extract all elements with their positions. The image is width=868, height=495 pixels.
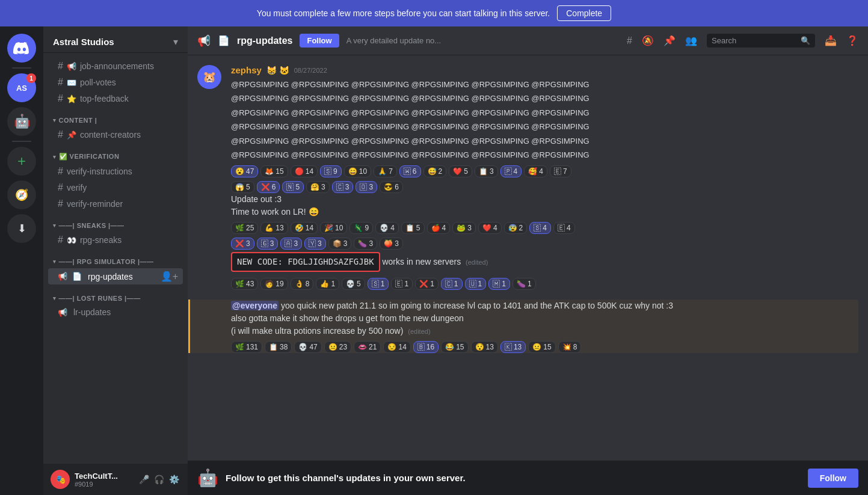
reaction[interactable]: 🇸9 [320, 165, 342, 177]
reaction[interactable]: 🇪1 [391, 278, 413, 290]
sidebar-item-rpg-sneaks[interactable]: # 👀 rpg-sneaks [48, 232, 183, 248]
complete-button[interactable]: Complete [557, 5, 611, 21]
message-author[interactable]: zephsy [231, 65, 262, 75]
reaction[interactable]: 🥰4 [524, 165, 547, 177]
reaction[interactable]: 😰2 [504, 222, 528, 234]
sidebar-item-verify-instructions[interactable]: # verify-instructions [48, 164, 183, 179]
reaction[interactable]: 💥8 [558, 341, 582, 353]
reaction[interactable]: 🐸3 [452, 222, 476, 234]
reaction[interactable]: 😮47 [231, 165, 258, 177]
reaction[interactable]: ❤️4 [478, 222, 502, 234]
settings-button[interactable]: ⚙️ [168, 473, 180, 485]
reaction[interactable]: 📦3 [328, 238, 352, 250]
reaction[interactable]: 🦊15 [260, 165, 288, 177]
discord-home-button[interactable] [7, 34, 36, 63]
reaction[interactable]: 😅2 [423, 165, 447, 177]
reaction[interactable]: 🇵4 [500, 165, 522, 177]
search-bar[interactable]: Search 🔍 [707, 34, 815, 48]
reaction[interactable]: 💀47 [294, 341, 321, 353]
sidebar-item-content-creators[interactable]: # 📌 content-creators [48, 127, 183, 143]
reaction[interactable]: 🙏7 [374, 165, 397, 177]
reaction[interactable]: 😯13 [471, 341, 498, 353]
reaction[interactable]: 🇸4 [529, 222, 551, 234]
reaction[interactable]: ❌3 [231, 238, 254, 250]
reaction[interactable]: 🇧16 [413, 341, 439, 353]
explore-button[interactable]: 🧭 [7, 180, 36, 209]
channel-header: 📢 📄 rpg-updates Follow A very detailed u… [188, 26, 868, 55]
reaction[interactable]: 📋5 [401, 222, 425, 234]
reaction[interactable]: 💀5 [342, 278, 365, 290]
reaction[interactable]: 👌8 [291, 278, 314, 290]
reaction[interactable]: 👍1 [316, 278, 339, 290]
reaction[interactable]: ❌1 [415, 278, 439, 290]
reaction[interactable]: 😒14 [383, 341, 410, 353]
reaction[interactable]: 😐15 [528, 341, 555, 353]
reaction[interactable]: 🤗3 [306, 181, 330, 193]
sidebar-item-top-feedback[interactable]: # ⭐ top-feedback [48, 91, 183, 106]
reaction[interactable]: 😄10 [344, 165, 371, 177]
sidebar-item-verify-reminder[interactable]: # verify-reminder [48, 196, 183, 212]
reaction[interactable]: 👄21 [354, 341, 381, 353]
reaction[interactable]: 🇳5 [282, 181, 304, 193]
reaction[interactable]: 🌿25 [231, 222, 258, 234]
reaction[interactable]: 🇺1 [465, 278, 487, 290]
reaction[interactable]: 🇸1 [368, 278, 389, 290]
deafen-button[interactable]: 🎧 [153, 473, 165, 485]
sidebar-item-lr-updates[interactable]: 📢 lr-updates [48, 305, 183, 319]
reaction[interactable]: 🇪4 [553, 222, 575, 234]
reaction[interactable]: 😱5 [231, 181, 254, 193]
reaction[interactable]: 🔴14 [291, 165, 318, 177]
members-icon[interactable]: 👥 [685, 35, 697, 46]
server-name-header[interactable]: Astral Studios ▾ [43, 26, 188, 53]
reaction[interactable]: 📋3 [475, 165, 498, 177]
mute-button[interactable]: 🎤 [138, 473, 150, 485]
reaction[interactable]: 🇦3 [280, 238, 302, 250]
add-server-button[interactable]: + [7, 147, 36, 176]
reaction[interactable]: ❌6 [257, 181, 280, 193]
sidebar-item-announcements[interactable]: # 📢 job-announcements [48, 58, 183, 74]
reaction[interactable]: 🇴3 [356, 181, 377, 193]
reaction[interactable]: 🦎9 [349, 222, 373, 234]
reaction[interactable]: 🍆1 [512, 278, 536, 290]
sidebar-item-verify[interactable]: # verify [48, 180, 183, 195]
reaction[interactable]: 🎉10 [320, 222, 347, 234]
reaction[interactable]: 🇲1 [488, 278, 510, 290]
reaction[interactable]: 💀4 [375, 222, 399, 234]
reaction[interactable]: 🇼6 [399, 165, 421, 177]
reaction[interactable]: ❤️5 [449, 165, 472, 177]
sidebar-item-rpg-updates[interactable]: 📢 📄 rpg-updates 👤+ [48, 268, 183, 284]
follow-banner-button[interactable]: Follow [808, 469, 858, 488]
download-button[interactable]: ⬇ [7, 214, 36, 243]
slash-icon[interactable]: 🔕 [642, 35, 654, 46]
reaction[interactable]: 🍎4 [427, 222, 451, 234]
reaction[interactable]: 🍑3 [380, 238, 403, 250]
reaction[interactable]: 🇪7 [550, 165, 571, 177]
pin-icon[interactable]: 📌 [663, 35, 676, 46]
help-icon[interactable]: ❓ [846, 35, 858, 46]
reaction[interactable]: 🇨1 [441, 278, 463, 290]
server-astral-studios[interactable]: AS 1 [7, 73, 36, 102]
top-bar-message: You must complete a few more steps befor… [257, 8, 550, 18]
top-notification-bar: You must complete a few more steps befor… [0, 0, 868, 26]
reaction[interactable]: 🇾3 [304, 238, 326, 250]
reaction[interactable]: 😐23 [324, 341, 351, 353]
reaction[interactable]: 😂15 [441, 341, 468, 353]
sidebar-item-poll-votes[interactable]: # ✉️ poll-votes [48, 75, 183, 90]
reaction[interactable]: 🇨3 [332, 181, 354, 193]
reaction[interactable]: 🤣14 [291, 222, 318, 234]
reaction-row-4: ❌3 🇬3 🇦3 🇾3 📦3 🍆3 🍑3 [231, 238, 858, 250]
reaction[interactable]: 🇰13 [500, 341, 526, 353]
reaction[interactable]: 💪13 [260, 222, 288, 234]
inbox-icon[interactable]: 📥 [825, 35, 837, 46]
add-member-icon[interactable]: 👤+ [161, 271, 178, 282]
reaction[interactable]: 🇬3 [257, 238, 279, 250]
channel-follow-button[interactable]: Follow [300, 34, 339, 48]
reaction[interactable]: 📋38 [265, 341, 292, 353]
reaction[interactable]: 🌿131 [231, 341, 262, 353]
hashtag-icon[interactable]: # [627, 35, 632, 46]
reaction[interactable]: 🧑19 [260, 278, 288, 290]
reaction[interactable]: 😎6 [380, 181, 403, 193]
server-robot[interactable]: 🤖 [7, 107, 36, 136]
reaction[interactable]: 🍆3 [354, 238, 377, 250]
reaction[interactable]: 🌿43 [231, 278, 258, 290]
